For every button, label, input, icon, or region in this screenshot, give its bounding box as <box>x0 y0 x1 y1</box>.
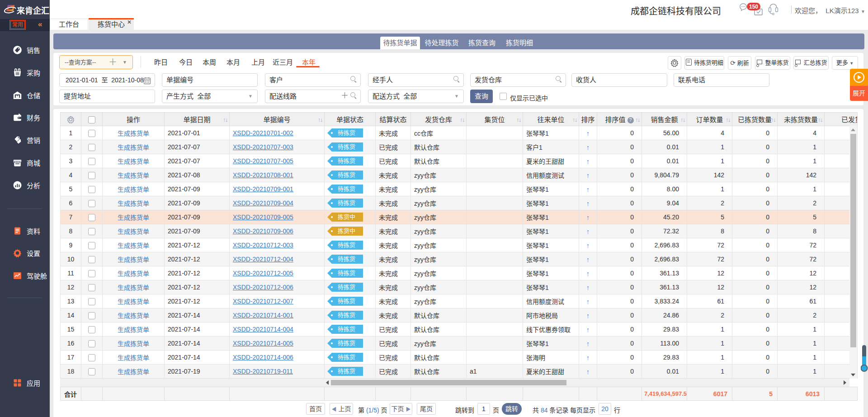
svg-text:150: 150 <box>749 4 758 10</box>
